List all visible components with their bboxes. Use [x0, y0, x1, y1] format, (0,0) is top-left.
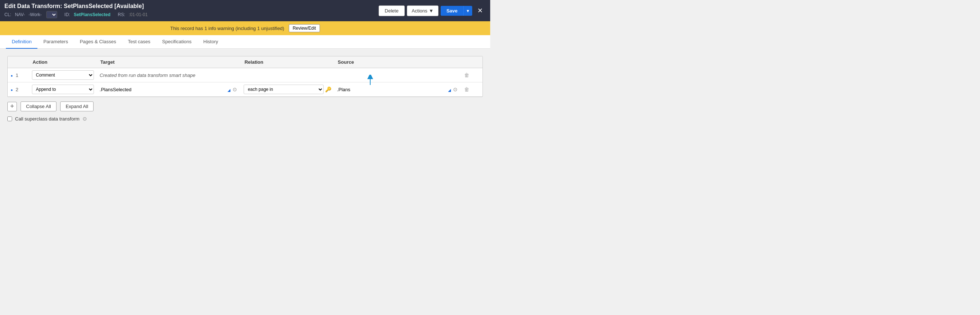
row2-relation-cell: each page in first page in last page in … [241, 82, 334, 97]
col-header-source: Source [334, 56, 461, 68]
row2-target-input[interactable] [100, 87, 224, 92]
row2-bullet: ● 2 [8, 82, 29, 97]
tab-definition[interactable]: Definition [6, 35, 37, 49]
rules-table-container: Action Target Relation Source ● 1 [7, 56, 483, 97]
row2-delete-icon[interactable]: 🗑 [464, 86, 469, 92]
row2-key-icon: 🔑 [325, 86, 331, 92]
row2-relation-wrapper: each page in first page in last page in … [243, 85, 331, 94]
row1-target-input[interactable] [100, 73, 459, 78]
superclass-checkbox[interactable] [7, 117, 12, 121]
save-dropdown-button[interactable]: ▾ [463, 6, 472, 16]
rules-table: Action Target Relation Source ● 1 [8, 56, 482, 97]
row1-dot: ● [11, 74, 13, 78]
col-header-target: Target [97, 56, 241, 68]
row2-source-corner [446, 87, 451, 92]
table-header-row: Action Target Relation Source [8, 56, 482, 68]
row1-bullet: ● 1 [8, 68, 29, 82]
tab-parameters[interactable]: Parameters [37, 35, 74, 49]
row2-target-icon-btn[interactable]: ⊙ [232, 86, 238, 93]
main-content: Action Target Relation Source ● 1 [0, 49, 490, 129]
save-group: Save ▾ [441, 6, 472, 16]
actions-label: Actions [412, 8, 428, 14]
row2-target-wrapper: ⊙ [100, 86, 238, 93]
tab-bar: Definition Parameters Pages & Classes Te… [0, 35, 490, 49]
actions-button[interactable]: Actions ▼ [407, 5, 438, 16]
row1-target-cell [97, 68, 461, 82]
bottom-actions: + Collapse All Expand All [7, 101, 483, 111]
actions-chevron-icon: ▼ [429, 8, 434, 14]
col-header-bullet [8, 56, 29, 68]
row1-action-cell: Comment Append to Set Remove from Clear [29, 68, 97, 82]
rs-label: RS: [118, 12, 125, 17]
row2-num: 2 [16, 87, 18, 92]
row2-action-cell: Comment Append to Set Remove from Clear [29, 82, 97, 97]
header: Edit Data Transform: SetPlansSelected [A… [0, 0, 490, 21]
rs-value: :01-01-01 [129, 12, 148, 17]
table-row: ● 2 Comment Append to Set Remove from Cl… [8, 82, 482, 97]
corner-marker-target [228, 89, 231, 92]
warning-bar: This record has 1 info warning (includin… [0, 21, 490, 35]
expand-all-button[interactable]: Expand All [60, 101, 94, 111]
warning-message: This record has 1 info warning (includin… [170, 25, 284, 31]
col-header-delete [461, 56, 482, 68]
cl-dropdown[interactable] [46, 11, 57, 18]
row2-dot: ● [11, 88, 13, 92]
row2-action-select[interactable]: Comment Append to Set Remove from Clear [32, 85, 94, 94]
col-header-relation: Relation [241, 56, 334, 68]
tab-test-cases[interactable]: Test cases [122, 35, 156, 49]
header-meta: CL: NAV- -Work- ID: SetPlansSelected RS:… [5, 11, 148, 18]
row2-relation-select[interactable]: each page in first page in last page in [243, 85, 323, 94]
superclass-label: Call superclass data transform [15, 116, 80, 122]
row1-delete-icon[interactable]: 🗑 [464, 72, 469, 78]
tooltip-arrow-svg [359, 75, 381, 86]
cl-value: NAV- [15, 12, 25, 17]
row1-delete-cell: 🗑 [461, 68, 482, 82]
tab-specifications[interactable]: Specifications [156, 35, 197, 49]
row2-delete-cell: 🗑 [461, 82, 482, 97]
id-value: SetPlansSelected [74, 12, 110, 17]
review-edit-button[interactable]: Review/Edit [289, 24, 320, 32]
tab-pages-classes[interactable]: Pages & Classes [74, 35, 122, 49]
cl-label: CL: [5, 12, 11, 17]
info-icon[interactable]: ⊙ [83, 116, 87, 122]
corner-marker-source [448, 89, 451, 92]
row2-target-cell: ⊙ [97, 82, 241, 97]
header-right: Delete Actions ▼ Save ▾ ✕ [379, 5, 486, 16]
row1-action-select[interactable]: Comment Append to Set Remove from Clear [32, 70, 94, 80]
delete-button[interactable]: Delete [379, 5, 405, 16]
col-header-action: Action [29, 56, 97, 68]
table-row: ● 1 Comment Append to Set Remove from Cl… [8, 68, 482, 82]
row2-source-input[interactable] [337, 87, 445, 92]
header-left: Edit Data Transform: SetPlansSelected [A… [5, 3, 148, 18]
row2-target-corner [225, 87, 231, 92]
close-button[interactable]: ✕ [474, 5, 486, 16]
row2-source-wrapper: ⊙ [337, 86, 459, 93]
row2-source-cell: ⊙ [334, 82, 461, 97]
collapse-all-button[interactable]: Collapse All [21, 101, 57, 111]
tab-history[interactable]: History [197, 35, 224, 49]
row1-num: 1 [16, 73, 18, 78]
id-label: ID: [65, 12, 70, 17]
add-row-button[interactable]: + [7, 102, 17, 111]
cl-value2: -Work- [29, 12, 42, 17]
row2-source-icon-btn[interactable]: ⊙ [452, 86, 458, 93]
page-title: Edit Data Transform: SetPlansSelected [A… [5, 3, 148, 9]
checkbox-row: Call superclass data transform ⊙ [7, 116, 483, 122]
save-button[interactable]: Save [441, 6, 463, 16]
